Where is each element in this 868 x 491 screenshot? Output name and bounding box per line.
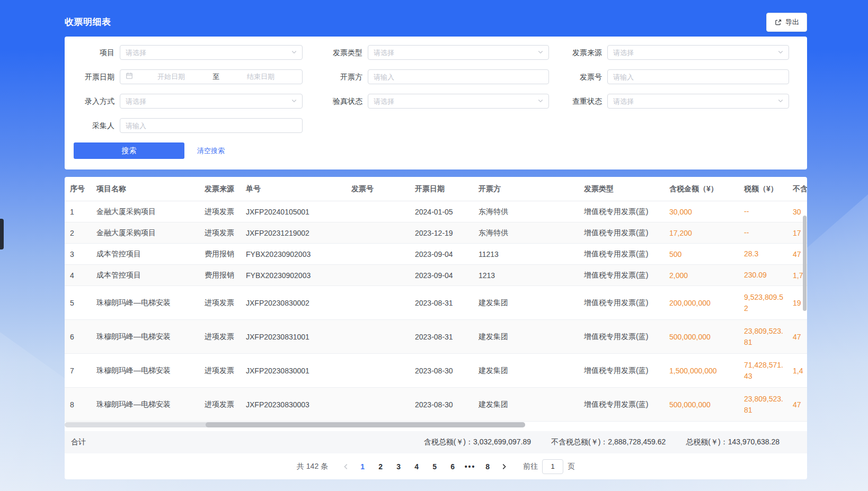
cell-invoice-type: 增值税专用发票(蓝)	[579, 228, 664, 238]
invoice-source-select-input[interactable]	[608, 46, 777, 59]
cell-amount-incl-tax: 1,500,000,000	[664, 367, 739, 375]
summary-amount-incl-tax: 含税总额(￥)：3,032,699,097.89	[424, 438, 531, 447]
col-index: 序号	[65, 184, 91, 194]
cell-doc-no: JXFP20230831001	[241, 333, 346, 341]
page-title: 收票明细表	[65, 16, 111, 28]
page-container: 收票明细表 导出 项目 发票类型 发票来源	[65, 0, 807, 169]
cell-amount-excl-tax: 1,4	[791, 367, 807, 375]
col-invoice-type: 发票类型	[579, 184, 664, 194]
entry-method-select-input[interactable]	[120, 94, 291, 108]
cell-project-name: 金融大厦采购项目	[91, 207, 199, 217]
table-row: 5 珠穆朗玛峰—电梯安装 进项发票 JXFP20230830002 2023-0…	[65, 286, 807, 320]
invoice-source-label: 发票来源	[549, 45, 607, 60]
verify-status-select-input[interactable]	[368, 94, 537, 108]
page-button-1[interactable]: 1	[354, 459, 371, 474]
export-button[interactable]: 导出	[766, 13, 807, 32]
project-label: 项目	[65, 45, 120, 60]
page-button-2[interactable]: 2	[372, 459, 389, 474]
collector-input-wrap[interactable]	[120, 118, 303, 133]
cell-tax: 23,809,523.81	[739, 394, 791, 416]
cell-invoice-source: 进项发票	[199, 228, 241, 238]
page-button-6[interactable]: 6	[444, 459, 461, 474]
project-select-input[interactable]	[120, 46, 291, 59]
cell-invoice-date: 2023-08-30	[410, 400, 473, 409]
page-header: 收票明细表 导出	[65, 0, 807, 37]
end-date-placeholder[interactable]: 结束日期	[225, 72, 297, 82]
chevron-down-icon	[777, 96, 784, 106]
issuer-label: 开票方	[303, 69, 368, 84]
cell-tax: 23,809,523.81	[739, 326, 791, 348]
col-amount-incl-tax: 含税金额（¥）	[664, 184, 739, 194]
horizontal-scrollbar-thumb[interactable]	[206, 422, 525, 427]
calendar-icon	[126, 72, 133, 82]
cell-tax: 230.09	[739, 270, 791, 281]
invoice-date-range-picker[interactable]: 开始日期 至 结束日期	[120, 69, 303, 84]
cell-doc-no: JXFP20230830003	[241, 400, 346, 409]
cell-index: 6	[65, 333, 91, 341]
export-icon	[774, 19, 782, 26]
cell-issuer: 东海特供	[473, 207, 579, 217]
vertical-scrollbar[interactable]	[803, 216, 807, 311]
cell-issuer: 11213	[473, 250, 579, 258]
cell-issuer: 建发集团	[473, 400, 579, 409]
table-row: 7 珠穆朗玛峰—电梯安装 进项发票 JXFP20230830001 2023-0…	[65, 354, 807, 388]
cell-invoice-source: 费用报销	[199, 271, 241, 280]
col-issuer: 开票方	[473, 184, 579, 194]
cell-invoice-date: 2024-01-05	[410, 208, 473, 216]
verify-status-label: 验真状态	[303, 94, 368, 109]
cell-invoice-source: 进项发票	[199, 400, 241, 409]
entry-method-select[interactable]	[120, 94, 303, 109]
cell-project-name: 成本管控项目	[91, 249, 199, 259]
dup-status-label: 查重状态	[549, 94, 607, 109]
page-button-5[interactable]: 5	[426, 459, 443, 474]
cell-invoice-date: 2023-09-04	[410, 271, 473, 280]
goto-page-input[interactable]	[542, 459, 563, 474]
verify-status-select[interactable]	[368, 94, 549, 109]
table-panel: 序号 项目名称 发票来源 单号 发票号 开票日期 开票方 发票类型 含税金额（¥…	[65, 177, 807, 479]
page-button-3[interactable]: 3	[390, 459, 407, 474]
chevron-down-icon	[777, 48, 784, 57]
table-row: 3 成本管控项目 费用报销 FYBX20230902003 2023-09-04…	[65, 244, 807, 265]
sidebar-collapse-handle[interactable]	[0, 219, 4, 249]
cell-tax: --	[739, 206, 791, 217]
next-page-icon[interactable]	[497, 459, 511, 474]
cell-amount-excl-tax: 47	[791, 400, 807, 409]
page-button-last[interactable]: 8	[479, 459, 496, 474]
cell-doc-no: JXFP20240105001	[241, 208, 346, 216]
col-invoice-source: 发票来源	[199, 184, 241, 194]
chevron-down-icon	[537, 48, 544, 57]
col-doc-no: 单号	[241, 184, 346, 194]
invoice-no-input-wrap[interactable]	[607, 69, 789, 84]
page-button-4[interactable]: 4	[408, 459, 425, 474]
dup-status-select[interactable]	[607, 94, 789, 109]
issuer-input[interactable]	[368, 70, 548, 84]
invoice-type-select-input[interactable]	[368, 46, 537, 59]
cell-doc-no: JXFP20230830001	[241, 367, 346, 375]
summary-row: 合计 含税总额(￥)：3,032,699,097.89 不含税总额(￥)：2,8…	[65, 431, 807, 453]
project-select[interactable]	[120, 45, 303, 60]
more-pages-icon[interactable]: •••	[462, 462, 479, 471]
dup-status-select-input[interactable]	[608, 94, 777, 108]
horizontal-scrollbar[interactable]	[65, 422, 807, 427]
cell-invoice-type: 增值税专用发票(蓝)	[579, 400, 664, 409]
cell-index: 1	[65, 208, 91, 216]
search-button[interactable]: 搜索	[74, 142, 184, 159]
cell-issuer: 东海特供	[473, 228, 579, 238]
prev-page-icon[interactable]	[339, 459, 353, 474]
cell-issuer: 1213	[473, 271, 579, 280]
pagination: 共 142 条 1 2 3 4 5 6 ••• 8 前往 页	[65, 453, 807, 479]
cell-amount-excl-tax: 47	[791, 333, 807, 341]
cell-invoice-source: 进项发票	[199, 298, 241, 308]
cell-project-name: 成本管控项目	[91, 271, 199, 280]
invoice-source-select[interactable]	[607, 45, 789, 60]
cell-project-name: 金融大厦采购项目	[91, 228, 199, 238]
invoice-no-input[interactable]	[608, 70, 789, 84]
start-date-placeholder[interactable]: 开始日期	[135, 72, 207, 82]
cell-amount-incl-tax: 500,000,000	[664, 400, 739, 409]
issuer-input-wrap[interactable]	[368, 69, 549, 84]
collector-input[interactable]	[120, 119, 302, 132]
clear-search-link[interactable]: 清空搜索	[197, 146, 225, 156]
chevron-down-icon	[291, 48, 297, 57]
filter-panel: 项目 发票类型 发票来源 开票日期 开始日期 至 结束日期	[65, 37, 807, 169]
invoice-type-select[interactable]	[368, 45, 549, 60]
